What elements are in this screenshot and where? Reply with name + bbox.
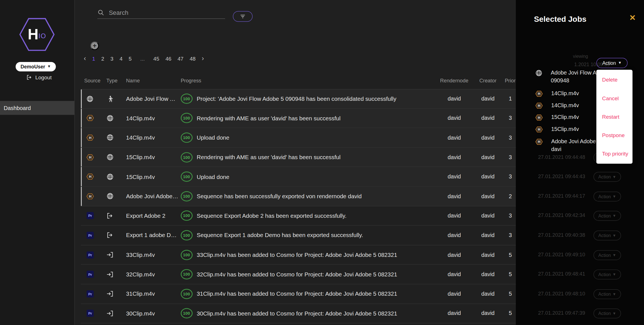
menu-item-postpone[interactable]: Postpone [596, 126, 633, 144]
progress-badge: 100 [181, 133, 193, 143]
logout-label: Logout [35, 74, 51, 80]
globe-icon [535, 69, 543, 77]
job-message: 33Clip.m4v has been added to Cosmo for P… [194, 252, 437, 258]
premiere-icon: Pr [86, 290, 94, 298]
svg-text:Pr: Pr [88, 292, 92, 296]
table-row[interactable]: Pr 33Clip.m4v 100 33Clip.m4v has been ad… [81, 245, 516, 265]
job-message: Rendering with AME as user 'david' has b… [194, 154, 437, 161]
started-timestamp: 27.01.2021 09:47:39 [538, 310, 585, 316]
prev-page-icon[interactable]: ‹ [84, 55, 86, 62]
action-dropdown-button[interactable]: Action ▼ [596, 58, 628, 68]
priority-value: 5 [505, 291, 516, 297]
page-button[interactable]: 46 [165, 56, 171, 62]
svg-text:Pr: Pr [88, 214, 92, 218]
close-icon[interactable]: ✕ [629, 13, 636, 23]
priority-value: 5 [505, 271, 516, 277]
globe-icon [86, 95, 94, 102]
page-button[interactable]: 5 [129, 56, 132, 62]
job-name: 15Clip.m4v [121, 154, 179, 161]
chevron-down-icon: ▼ [612, 195, 616, 198]
page-button[interactable]: 3 [110, 56, 113, 62]
menu-item-top-priority[interactable]: Top priority [596, 144, 633, 163]
table-row[interactable]: H 15Clip.m4v 100 Upload done david david… [81, 167, 516, 187]
search-icon [97, 9, 104, 16]
action-dropdown-button-dimmed: Action ▼ [593, 231, 621, 240]
next-page-icon[interactable]: › [202, 55, 204, 62]
progress-badge: 100 [181, 250, 193, 260]
rendernode-value: david [437, 174, 471, 180]
priority-value: 3 [505, 213, 516, 219]
user-menu-button[interactable]: DemoUser ▼ [16, 62, 56, 71]
job-name: Adobe Jovi Flow A… [121, 95, 179, 102]
selected-job-item: Adobe Jovi Flow A 090948 [535, 69, 598, 85]
hexagon-h-icon: H [535, 138, 543, 146]
search-bar [97, 7, 225, 19]
svg-text:H: H [89, 194, 91, 198]
priority-value: 5 [505, 252, 516, 258]
started-timestamp: 27.01.2021 09:49:10 [538, 252, 585, 258]
selected-job-name: 15Clip.m4v [551, 113, 598, 121]
dimmed-table-row: 27.01.2021 09:48:10 Action ▼ [516, 289, 644, 299]
page-button[interactable]: 48 [190, 56, 195, 62]
app-logo: H IO [18, 16, 56, 53]
job-name: 15Clip.m4v [121, 173, 179, 180]
page-button[interactable]: 45 [153, 56, 159, 62]
logout-button[interactable]: Logout [26, 74, 52, 80]
table-row[interactable]: H 14Clip.m4v 100 Upload done david david… [81, 128, 516, 148]
globe-icon [106, 134, 114, 141]
premiere-icon: Pr [86, 309, 94, 317]
chevron-down-icon: ▼ [612, 175, 616, 179]
import-icon [106, 310, 114, 317]
table-row[interactable]: H Adobe Jovi Adobe … 100 Sequence has be… [81, 187, 516, 206]
creator-value: david [471, 174, 505, 180]
page-button[interactable]: 1 [92, 56, 95, 62]
action-dropdown-button-dimmed: Action ▼ [593, 172, 621, 182]
page-button[interactable]: 2 [101, 56, 104, 62]
menu-item-delete[interactable]: Delete [596, 71, 633, 89]
viewing-text: viewing [573, 54, 588, 59]
job-name: Export Adobe 2 [121, 212, 179, 219]
page-button[interactable]: 4 [120, 56, 123, 62]
dimmed-table-row: 27.01.2021 09:44:43 Action ▼ [516, 172, 644, 182]
column-header: Source [81, 78, 99, 83]
rendernode-value: david [437, 310, 471, 316]
job-message: Upload done [194, 134, 437, 141]
table-row[interactable]: Adobe Jovi Flow A… 100 Project: 'Adobe J… [81, 89, 516, 109]
search-input[interactable] [108, 9, 225, 16]
selected-job-name: Adobe Jovi Adobe davi [551, 137, 598, 153]
filter-button[interactable] [233, 11, 253, 22]
progress-badge: 100 [181, 289, 193, 299]
menu-item-restart[interactable]: Restart [596, 107, 633, 126]
selected-job-name: 14Clip.m4v [551, 89, 598, 97]
action-dropdown-button-dimmed: Action ▼ [593, 250, 621, 260]
table-row[interactable]: Pr 31Clip.m4v 100 31Clip.m4v has been ad… [81, 284, 516, 304]
job-message: 30Clip.m4v has been added to Cosmo for P… [194, 310, 437, 317]
table-row[interactable]: Pr Export 1 adobe De… 100 Sequence Expor… [81, 226, 516, 245]
svg-text:Pr: Pr [88, 253, 92, 257]
table-row[interactable]: Pr Export Adobe 2 100 Sequence Export Ad… [81, 206, 516, 226]
creator-value: david [471, 135, 505, 141]
table-row[interactable]: Pr 32Clip.m4v 100 32Clip.m4v has been ad… [81, 265, 516, 284]
priority-value: 3 [505, 135, 516, 141]
table-row[interactable]: H 14Clip.m4v 100 Rendering with AME as u… [81, 109, 516, 128]
table-row[interactable]: H 15Clip.m4v 100 Rendering with AME as u… [81, 148, 516, 167]
creator-value: david [471, 115, 505, 121]
svg-text:H: H [538, 140, 540, 144]
svg-text:H: H [538, 104, 540, 108]
page-button[interactable]: 47 [177, 56, 183, 62]
sidebar-item-dashboard[interactable]: Dashboard [0, 101, 74, 115]
action-dropdown-button-dimmed: Action ▼ [593, 211, 621, 221]
premiere-icon: Pr [86, 231, 94, 239]
hexagon-h-icon: H [535, 126, 543, 133]
priority-value: 2 [505, 193, 516, 199]
progress-badge: 100 [181, 94, 193, 104]
job-name: 14Clip.m4v [121, 134, 179, 141]
add-button[interactable]: + [90, 41, 99, 50]
started-timestamp: 27.01.2021 09:40:38 [538, 232, 585, 238]
table-row[interactable]: Pr 30Clip.m4v 100 30Clip.m4v has been ad… [81, 304, 516, 323]
creator-value: david [471, 310, 505, 316]
priority-value: 3 [505, 174, 516, 180]
started-timestamp: 27.01.2021 09:44:43 [538, 174, 585, 180]
menu-item-cancel[interactable]: Cancel [596, 89, 633, 107]
jobs-table: SourceTypeNameProgressRendernodeCreatorP… [81, 72, 516, 323]
